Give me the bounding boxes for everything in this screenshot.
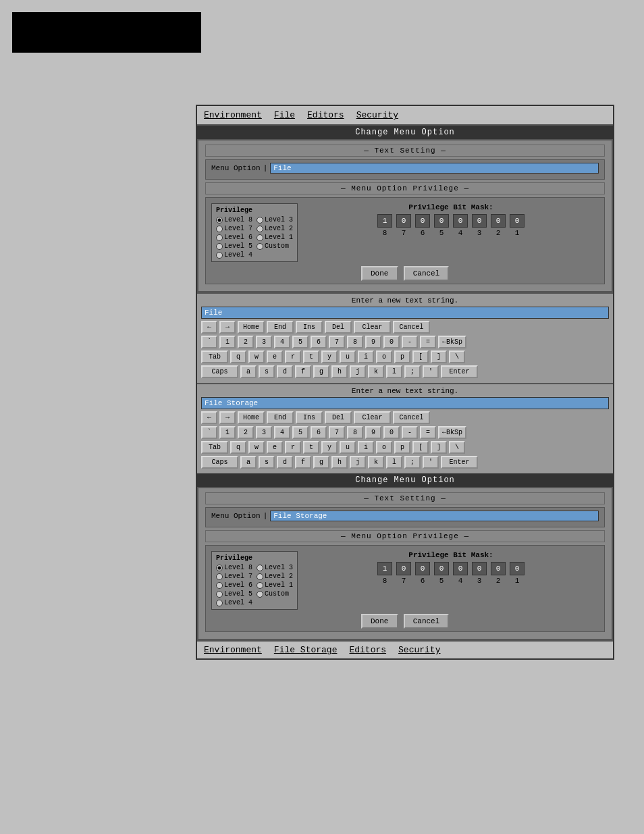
key-3-2[interactable]: 3 [256,426,272,439]
key-cancel-2[interactable]: Cancel [393,411,430,424]
key-h-1[interactable]: h [331,365,348,378]
key-right-1[interactable]: → [219,321,236,334]
key-2-1[interactable]: 2 [238,336,254,348]
key-quote-2[interactable]: ' [423,456,439,469]
radio-level1-2[interactable]: Level 1 [257,581,293,589]
menu-security[interactable]: Security [356,110,398,120]
key-tab-1[interactable]: Tab [201,350,228,363]
key-lbracket-2[interactable]: [ [412,441,429,454]
menu-editors[interactable]: Editors [307,110,344,120]
key-k-1[interactable]: k [368,365,384,378]
menu-file[interactable]: File [274,110,295,120]
key-caps-1[interactable]: Caps [201,365,238,378]
key-q-1[interactable]: q [230,350,246,363]
key-s-1[interactable]: s [259,365,275,378]
menu-option-input-2[interactable]: File Storage [270,511,599,521]
key-end-1[interactable]: End [267,321,294,334]
key-i-2[interactable]: i [358,441,374,454]
key-g-2[interactable]: g [313,456,329,469]
radio-level8-2[interactable]: Level 8 [216,564,252,571]
key-8-1[interactable]: 8 [347,336,363,348]
key-a-1[interactable]: a [240,365,257,378]
key-right-2[interactable]: → [219,411,236,424]
key-1-2[interactable]: 1 [219,426,236,439]
key-j-1[interactable]: j [350,365,366,378]
bottom-menu-file-storage[interactable]: File Storage [274,645,338,655]
done-button-1[interactable]: Done [361,266,398,281]
key-4-2[interactable]: 4 [274,426,290,439]
key-del-1[interactable]: Del [325,321,352,334]
key-rbracket-1[interactable]: ] [431,350,447,363]
key-rbracket-2[interactable]: ] [431,441,447,454]
keyboard-input-1[interactable]: File [201,307,609,319]
key-w-2[interactable]: w [248,441,265,454]
radio-level5-2[interactable]: Level 5 [216,590,252,598]
key-u-1[interactable]: u [340,350,356,363]
key-backslash-1[interactable]: \ [449,350,465,363]
radio-level8-1[interactable]: Level 8 [216,216,252,224]
key-equals-2[interactable]: = [420,426,436,439]
key-k-2[interactable]: k [368,456,384,469]
key-0-2[interactable]: 0 [383,426,400,439]
cancel-button-1[interactable]: Cancel [404,266,450,281]
radio-custom-2[interactable]: Custom [257,590,293,598]
key-7-1[interactable]: 7 [329,336,345,348]
key-f-2[interactable]: f [295,456,311,469]
key-f-1[interactable]: f [295,365,311,378]
key-r-1[interactable]: r [285,350,301,363]
key-i-1[interactable]: i [358,350,374,363]
key-end-2[interactable]: End [267,411,294,424]
key-p-2[interactable]: p [394,441,410,454]
key-d-2[interactable]: d [277,456,293,469]
key-p-1[interactable]: p [394,350,410,363]
key-enter-2[interactable]: Enter [441,456,478,469]
radio-custom-1[interactable]: Custom [257,242,293,250]
keyboard-input-2[interactable]: File Storage [201,397,609,409]
radio-level3-1[interactable]: Level 3 [257,216,293,224]
key-cancel-1[interactable]: Cancel [393,321,430,334]
cancel-button-2[interactable]: Cancel [404,614,450,629]
key-minus-2[interactable]: - [402,426,418,439]
key-6-1[interactable]: 6 [311,336,327,348]
key-0-1[interactable]: 0 [383,336,400,348]
key-t-1[interactable]: t [303,350,319,363]
bottom-menu-editors[interactable]: Editors [349,645,386,655]
key-l-2[interactable]: l [386,456,402,469]
key-8-2[interactable]: 8 [347,426,363,439]
key-semicolon-2[interactable]: ; [404,456,421,469]
key-h-2[interactable]: h [331,456,348,469]
key-caps-2[interactable]: Caps [201,456,238,469]
key-backtick-2[interactable]: ` [201,426,217,439]
key-t-2[interactable]: t [303,441,319,454]
key-g-1[interactable]: g [313,365,329,378]
menu-environment[interactable]: Environment [204,110,262,120]
radio-level5-1[interactable]: Level 5 [216,242,252,250]
key-ins-2[interactable]: Ins [296,411,323,424]
key-backtick-1[interactable]: ` [201,336,217,348]
bottom-menu-security[interactable]: Security [398,645,440,655]
radio-level1-1[interactable]: Level 1 [257,234,293,241]
key-backslash-2[interactable]: \ [449,441,465,454]
key-3-1[interactable]: 3 [256,336,272,348]
key-tab-2[interactable]: Tab [201,441,228,454]
key-semicolon-1[interactable]: ; [404,365,421,378]
key-y-1[interactable]: y [321,350,338,363]
key-e-1[interactable]: e [267,350,283,363]
radio-level7-1[interactable]: Level 7 [216,225,252,232]
radio-level6-1[interactable]: Level 6 [216,234,252,241]
key-9-1[interactable]: 9 [365,336,381,348]
key-a-2[interactable]: a [240,456,257,469]
key-enter-1[interactable]: Enter [441,365,478,378]
key-lbracket-1[interactable]: [ [412,350,429,363]
radio-level4-2[interactable]: Level 4 [216,599,252,606]
key-o-1[interactable]: o [376,350,392,363]
key-w-1[interactable]: w [248,350,265,363]
key-l-1[interactable]: l [386,365,402,378]
key-r-2[interactable]: r [285,441,301,454]
key-7-2[interactable]: 7 [329,426,345,439]
key-bksp-2[interactable]: ←BkSp [438,426,466,439]
key-home-2[interactable]: Home [238,411,265,424]
key-e-2[interactable]: e [267,441,283,454]
radio-level2-2[interactable]: Level 2 [257,573,293,580]
radio-level6-2[interactable]: Level 6 [216,581,252,589]
